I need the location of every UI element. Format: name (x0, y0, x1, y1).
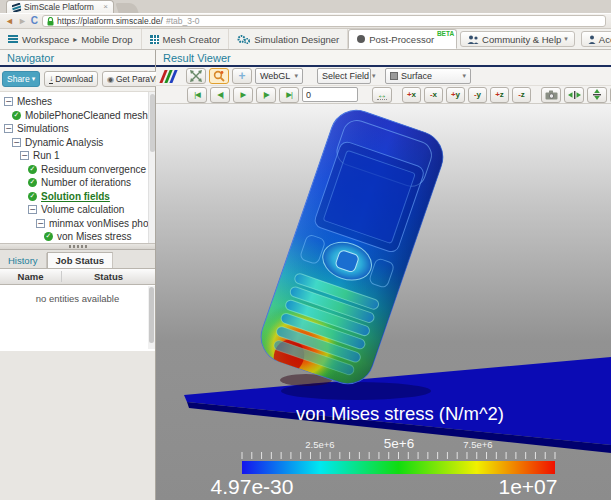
tab-simulation-designer[interactable]: Simulation Designer (229, 29, 348, 49)
tab-job-status[interactable]: Job Status (47, 252, 114, 268)
tree-item-minmax-vonmises-phone[interactable]: −minmax vonMises phone (0, 217, 155, 231)
viewport-3d[interactable]: von Mises stress (N/m^2) 2.5e+6 5e+6 7.5… (156, 104, 611, 500)
person-icon (588, 35, 596, 44)
url-text: https://platform.simscale.de/ (57, 16, 163, 26)
view-minus-x-button[interactable]: -x (424, 87, 443, 103)
view-plusminus-y-button[interactable]: +y (446, 87, 465, 103)
bottom-tabs: History Job Status (0, 250, 155, 269)
paraview-icon: ◉ (107, 75, 114, 84)
viewer-toolbar-row1: + WebGL▾ Select Field▾ Surface▾ (156, 67, 611, 86)
tree-item-residuum-convergence-plot[interactable]: ✓Residuum convergence plot (0, 163, 155, 177)
zoom-mode-button[interactable] (209, 68, 229, 84)
tree-item-label: Meshes (17, 96, 52, 107)
crosshair-icon: + (238, 69, 245, 83)
fit-vertical-icon (592, 89, 602, 100)
tab-mesh-creator[interactable]: Mesh Creator (142, 29, 230, 49)
panel-splitter[interactable] (0, 243, 155, 250)
viewport-container: von Mises stress (N/m^2) 2.5e+6 5e+6 7.5… (156, 104, 611, 500)
view-minus-z-button[interactable]: -z (512, 87, 531, 103)
reload-button[interactable]: C (31, 16, 38, 26)
tree-item-meshes[interactable]: −Meshes (0, 95, 155, 109)
collapse-icon[interactable]: − (12, 138, 21, 147)
collapse-icon[interactable]: − (36, 219, 45, 228)
tree-scrollbar[interactable] (148, 92, 155, 243)
grid-icon (150, 35, 159, 44)
center-rotation-button[interactable]: + (232, 68, 252, 84)
collapse-icon[interactable]: − (4, 124, 13, 133)
breadcrumb-arrow-icon: ▸ (73, 35, 77, 44)
chevron-down-icon: ▾ (32, 75, 36, 83)
tree-item-label: Volume calculation (41, 204, 124, 215)
navigator-tree: −Meshes✓MobilePhoneCleaned mesh−Simulati… (0, 92, 155, 243)
collapse-icon[interactable]: − (20, 151, 29, 160)
tree-item-mobilephonecleaned-mesh[interactable]: ✓MobilePhoneCleaned mesh (0, 109, 155, 123)
field-value: Select Field (322, 71, 369, 81)
tree-item-label: Residuum convergence plot (41, 164, 155, 175)
view-plusminus-x-button[interactable]: +x (402, 87, 421, 103)
back-button[interactable]: ◄ (5, 16, 14, 26)
last-frame-button[interactable]: ▶| (279, 87, 299, 103)
pan-mode-button[interactable] (186, 68, 206, 84)
tree-item-label: von Mises stress (57, 231, 131, 242)
first-frame-button[interactable]: |◀ (187, 87, 207, 103)
tree-item-label: Run 1 (33, 150, 60, 161)
new-tab-button[interactable] (115, 3, 138, 13)
status-ok-icon: ✓ (28, 165, 37, 174)
collapse-icon[interactable]: − (28, 205, 37, 214)
project-name: Mobile Drop (81, 34, 132, 45)
gears-icon (237, 34, 250, 45)
fit-horizontal-button[interactable] (564, 87, 584, 103)
fit-vertical-button[interactable] (587, 87, 607, 103)
tab-history[interactable]: History (0, 253, 47, 268)
tree-item-solution-fields[interactable]: ✓Solution fields (0, 190, 155, 204)
tree-item-simulations[interactable]: −Simulations (0, 122, 155, 136)
share-label: Share (7, 74, 30, 84)
fit-horizontal-icon (568, 90, 581, 100)
legend-tick-label: 2.5e+6 (305, 439, 334, 450)
tree-item-run-1[interactable]: −Run 1 (0, 149, 155, 163)
status-ok-icon: ✓ (28, 192, 37, 201)
view-minus-y-button[interactable]: -y (468, 87, 487, 103)
renderer-select[interactable]: WebGL▾ (255, 68, 303, 84)
tab-workspace[interactable]: Workspace ▸ Mobile Drop (0, 29, 142, 49)
job-table-scrollbar[interactable] (148, 286, 155, 349)
loop-icon: ↔ (377, 90, 387, 100)
status-ok-icon: ✓ (44, 232, 53, 241)
browser-toolbar: ◄ ► C https://platform.simscale.de/#tab_… (0, 13, 611, 29)
tab-post-processor[interactable]: Post-Processor BETA (348, 29, 457, 49)
url-hash: #tab_3-0 (166, 16, 200, 26)
post-processor-label: Post-Processor (369, 34, 434, 45)
forward-button[interactable]: ► (18, 16, 27, 26)
play-button[interactable]: ▶ (233, 87, 253, 103)
community-help-button[interactable]: Community & Help ▾ (460, 31, 575, 47)
result-viewer-title: Result Viewer (156, 50, 611, 67)
download-button[interactable]: ↓ Download (44, 71, 98, 87)
legend-colorbar[interactable] (242, 461, 555, 474)
share-button[interactable]: Share ▾ (2, 71, 40, 87)
loop-button[interactable]: ↔ (372, 87, 392, 103)
view-plusminus-z-button[interactable]: +z (490, 87, 509, 103)
field-select[interactable]: Select Field▾ (317, 68, 371, 84)
tree-item-von-mises-stress[interactable]: ✓von Mises stress (0, 230, 155, 243)
panel-footer (0, 351, 155, 500)
tree-item-label: Solution fields (41, 191, 110, 202)
tree-item-number-of-iterations[interactable]: ✓Number of iterations (0, 176, 155, 190)
column-status: Status (62, 271, 155, 282)
collapse-icon[interactable]: − (4, 97, 13, 106)
mesh-creator-label: Mesh Creator (163, 34, 221, 45)
representation-select[interactable]: Surface▾ (385, 68, 471, 84)
screenshot-button[interactable] (541, 87, 561, 103)
tree-item-volume-calculation[interactable]: −Volume calculation (0, 203, 155, 217)
axis-view-buttons: +x-x+y-y+z-z (402, 87, 531, 103)
url-bar[interactable]: https://platform.simscale.de/#tab_3-0 (42, 15, 606, 27)
tab-close-icon[interactable]: × (103, 3, 108, 11)
account-label: Account (599, 34, 611, 45)
next-frame-button[interactable]: |▶ (256, 87, 276, 103)
tree-item-dynamic-analysis[interactable]: −Dynamic Analysis (0, 136, 155, 150)
account-button[interactable]: Account ▾ (581, 31, 611, 47)
browser-tab[interactable]: SimScale Platform × (6, 0, 114, 13)
download-label: Download (55, 74, 93, 84)
previous-frame-button[interactable]: ◀| (210, 87, 230, 103)
legend-tick-label: 5e+6 (384, 436, 414, 451)
frame-number-input[interactable] (302, 87, 358, 102)
